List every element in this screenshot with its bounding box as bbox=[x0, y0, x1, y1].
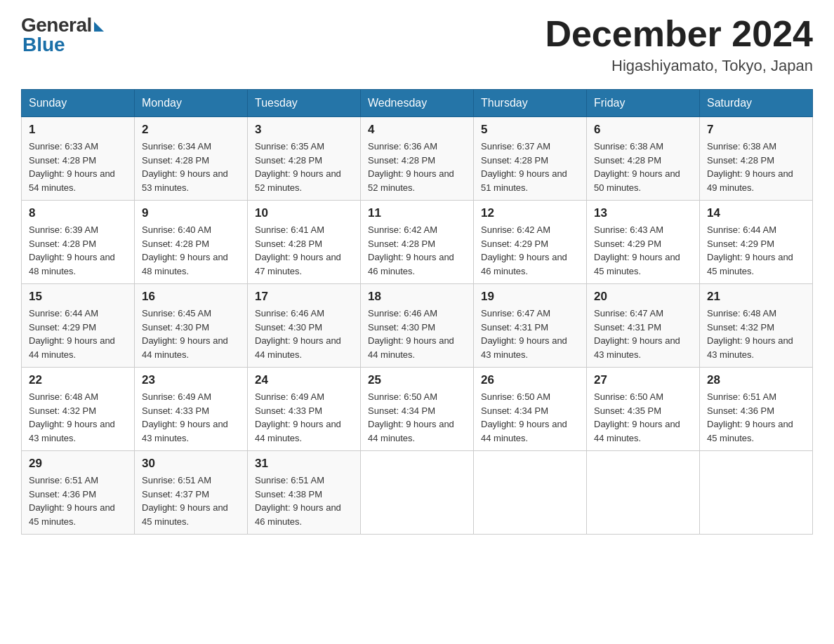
day-number: 19 bbox=[481, 290, 579, 304]
day-number: 18 bbox=[368, 290, 466, 304]
day-number: 3 bbox=[255, 123, 353, 137]
day-info: Sunrise: 6:50 AMSunset: 4:34 PMDaylight:… bbox=[481, 391, 567, 443]
calendar-cell bbox=[587, 451, 700, 535]
day-info: Sunrise: 6:42 AMSunset: 4:28 PMDaylight:… bbox=[368, 224, 454, 276]
day-number: 7 bbox=[707, 123, 805, 137]
day-info: Sunrise: 6:37 AMSunset: 4:28 PMDaylight:… bbox=[481, 141, 567, 193]
calendar-header-wednesday: Wednesday bbox=[361, 90, 474, 117]
day-info: Sunrise: 6:40 AMSunset: 4:28 PMDaylight:… bbox=[142, 224, 228, 276]
day-info: Sunrise: 6:44 AMSunset: 4:29 PMDaylight:… bbox=[29, 308, 115, 360]
calendar-cell: 28 Sunrise: 6:51 AMSunset: 4:36 PMDaylig… bbox=[700, 368, 813, 451]
logo-arrow-icon bbox=[94, 22, 104, 32]
logo-blue-text: Blue bbox=[22, 34, 65, 56]
calendar-cell: 25 Sunrise: 6:50 AMSunset: 4:34 PMDaylig… bbox=[361, 368, 474, 451]
day-info: Sunrise: 6:38 AMSunset: 4:28 PMDaylight:… bbox=[707, 141, 793, 193]
logo: General Blue bbox=[21, 14, 104, 56]
day-info: Sunrise: 6:46 AMSunset: 4:30 PMDaylight:… bbox=[368, 308, 454, 360]
day-number: 5 bbox=[481, 123, 579, 137]
calendar-table: SundayMondayTuesdayWednesdayThursdayFrid… bbox=[21, 89, 813, 535]
day-info: Sunrise: 6:51 AMSunset: 4:36 PMDaylight:… bbox=[29, 475, 115, 527]
calendar-cell: 20 Sunrise: 6:47 AMSunset: 4:31 PMDaylig… bbox=[587, 284, 700, 368]
calendar-cell: 26 Sunrise: 6:50 AMSunset: 4:34 PMDaylig… bbox=[474, 368, 587, 451]
calendar-header-tuesday: Tuesday bbox=[248, 90, 361, 117]
day-number: 2 bbox=[142, 123, 240, 137]
day-info: Sunrise: 6:45 AMSunset: 4:30 PMDaylight:… bbox=[142, 308, 228, 360]
calendar-header-saturday: Saturday bbox=[700, 90, 813, 117]
location-title: Higashiyamato, Tokyo, Japan bbox=[545, 57, 813, 75]
calendar-header-monday: Monday bbox=[135, 90, 248, 117]
day-info: Sunrise: 6:47 AMSunset: 4:31 PMDaylight:… bbox=[594, 308, 680, 360]
calendar-week-row: 29 Sunrise: 6:51 AMSunset: 4:36 PMDaylig… bbox=[22, 451, 813, 535]
calendar-cell: 22 Sunrise: 6:48 AMSunset: 4:32 PMDaylig… bbox=[22, 368, 135, 451]
day-info: Sunrise: 6:51 AMSunset: 4:36 PMDaylight:… bbox=[707, 391, 793, 443]
day-info: Sunrise: 6:51 AMSunset: 4:37 PMDaylight:… bbox=[142, 475, 228, 527]
calendar-cell: 18 Sunrise: 6:46 AMSunset: 4:30 PMDaylig… bbox=[361, 284, 474, 368]
day-info: Sunrise: 6:48 AMSunset: 4:32 PMDaylight:… bbox=[707, 308, 793, 360]
day-number: 14 bbox=[707, 206, 805, 220]
day-info: Sunrise: 6:43 AMSunset: 4:29 PMDaylight:… bbox=[594, 224, 680, 276]
month-title: December 2024 bbox=[545, 14, 813, 54]
calendar-header-friday: Friday bbox=[587, 90, 700, 117]
day-info: Sunrise: 6:39 AMSunset: 4:28 PMDaylight:… bbox=[29, 224, 115, 276]
day-number: 15 bbox=[29, 290, 127, 304]
calendar-cell: 6 Sunrise: 6:38 AMSunset: 4:28 PMDayligh… bbox=[587, 117, 700, 201]
calendar-cell: 21 Sunrise: 6:48 AMSunset: 4:32 PMDaylig… bbox=[700, 284, 813, 368]
day-number: 20 bbox=[594, 290, 692, 304]
day-info: Sunrise: 6:44 AMSunset: 4:29 PMDaylight:… bbox=[707, 224, 793, 276]
calendar-cell: 17 Sunrise: 6:46 AMSunset: 4:30 PMDaylig… bbox=[248, 284, 361, 368]
calendar-week-row: 8 Sunrise: 6:39 AMSunset: 4:28 PMDayligh… bbox=[22, 201, 813, 284]
calendar-cell: 24 Sunrise: 6:49 AMSunset: 4:33 PMDaylig… bbox=[248, 368, 361, 451]
calendar-cell: 15 Sunrise: 6:44 AMSunset: 4:29 PMDaylig… bbox=[22, 284, 135, 368]
day-info: Sunrise: 6:49 AMSunset: 4:33 PMDaylight:… bbox=[255, 391, 341, 443]
calendar-header-thursday: Thursday bbox=[474, 90, 587, 117]
day-info: Sunrise: 6:36 AMSunset: 4:28 PMDaylight:… bbox=[368, 141, 454, 193]
day-info: Sunrise: 6:35 AMSunset: 4:28 PMDaylight:… bbox=[255, 141, 341, 193]
day-number: 24 bbox=[255, 373, 353, 387]
day-info: Sunrise: 6:48 AMSunset: 4:32 PMDaylight:… bbox=[29, 391, 115, 443]
calendar-cell: 8 Sunrise: 6:39 AMSunset: 4:28 PMDayligh… bbox=[22, 201, 135, 284]
day-number: 29 bbox=[29, 457, 127, 471]
day-info: Sunrise: 6:42 AMSunset: 4:29 PMDaylight:… bbox=[481, 224, 567, 276]
calendar-cell: 3 Sunrise: 6:35 AMSunset: 4:28 PMDayligh… bbox=[248, 117, 361, 201]
day-number: 22 bbox=[29, 373, 127, 387]
day-info: Sunrise: 6:50 AMSunset: 4:34 PMDaylight:… bbox=[368, 391, 454, 443]
day-info: Sunrise: 6:49 AMSunset: 4:33 PMDaylight:… bbox=[142, 391, 228, 443]
calendar-cell bbox=[361, 451, 474, 535]
calendar-cell: 2 Sunrise: 6:34 AMSunset: 4:28 PMDayligh… bbox=[135, 117, 248, 201]
calendar-week-row: 15 Sunrise: 6:44 AMSunset: 4:29 PMDaylig… bbox=[22, 284, 813, 368]
day-number: 1 bbox=[29, 123, 127, 137]
day-info: Sunrise: 6:38 AMSunset: 4:28 PMDaylight:… bbox=[594, 141, 680, 193]
day-number: 8 bbox=[29, 206, 127, 220]
day-info: Sunrise: 6:33 AMSunset: 4:28 PMDaylight:… bbox=[29, 141, 115, 193]
day-info: Sunrise: 6:34 AMSunset: 4:28 PMDaylight:… bbox=[142, 141, 228, 193]
calendar-cell: 31 Sunrise: 6:51 AMSunset: 4:38 PMDaylig… bbox=[248, 451, 361, 535]
day-number: 12 bbox=[481, 206, 579, 220]
day-number: 6 bbox=[594, 123, 692, 137]
page-header: General Blue December 2024 Higashiyamato… bbox=[21, 14, 813, 75]
day-number: 26 bbox=[481, 373, 579, 387]
calendar-cell: 19 Sunrise: 6:47 AMSunset: 4:31 PMDaylig… bbox=[474, 284, 587, 368]
day-number: 30 bbox=[142, 457, 240, 471]
day-number: 31 bbox=[255, 457, 353, 471]
calendar-week-row: 1 Sunrise: 6:33 AMSunset: 4:28 PMDayligh… bbox=[22, 117, 813, 201]
day-number: 28 bbox=[707, 373, 805, 387]
day-number: 16 bbox=[142, 290, 240, 304]
calendar-header-sunday: Sunday bbox=[22, 90, 135, 117]
day-number: 17 bbox=[255, 290, 353, 304]
day-info: Sunrise: 6:46 AMSunset: 4:30 PMDaylight:… bbox=[255, 308, 341, 360]
day-info: Sunrise: 6:51 AMSunset: 4:38 PMDaylight:… bbox=[255, 475, 341, 527]
calendar-cell: 7 Sunrise: 6:38 AMSunset: 4:28 PMDayligh… bbox=[700, 117, 813, 201]
day-number: 23 bbox=[142, 373, 240, 387]
calendar-week-row: 22 Sunrise: 6:48 AMSunset: 4:32 PMDaylig… bbox=[22, 368, 813, 451]
day-number: 4 bbox=[368, 123, 466, 137]
day-number: 21 bbox=[707, 290, 805, 304]
day-number: 25 bbox=[368, 373, 466, 387]
calendar-cell: 4 Sunrise: 6:36 AMSunset: 4:28 PMDayligh… bbox=[361, 117, 474, 201]
calendar-cell: 12 Sunrise: 6:42 AMSunset: 4:29 PMDaylig… bbox=[474, 201, 587, 284]
day-info: Sunrise: 6:47 AMSunset: 4:31 PMDaylight:… bbox=[481, 308, 567, 360]
day-info: Sunrise: 6:41 AMSunset: 4:28 PMDaylight:… bbox=[255, 224, 341, 276]
calendar-cell: 29 Sunrise: 6:51 AMSunset: 4:36 PMDaylig… bbox=[22, 451, 135, 535]
title-section: December 2024 Higashiyamato, Tokyo, Japa… bbox=[545, 14, 813, 75]
calendar-cell: 23 Sunrise: 6:49 AMSunset: 4:33 PMDaylig… bbox=[135, 368, 248, 451]
day-number: 27 bbox=[594, 373, 692, 387]
